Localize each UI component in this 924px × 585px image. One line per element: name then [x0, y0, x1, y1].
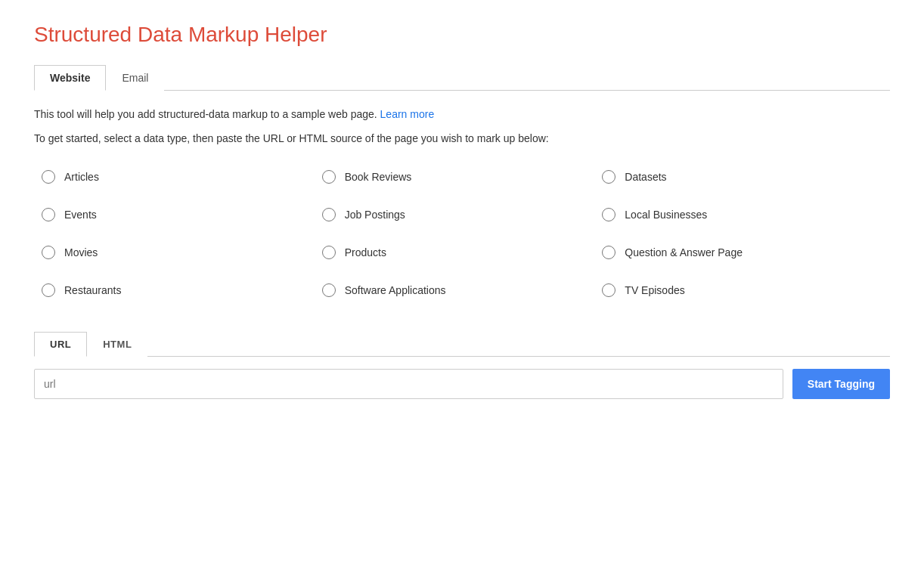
- radio-label-tv-episodes: TV Episodes: [625, 284, 684, 296]
- radio-option-job-postings[interactable]: Job Postings: [322, 203, 603, 226]
- start-tagging-button[interactable]: Start Tagging: [792, 369, 890, 399]
- radio-option-datasets[interactable]: Datasets: [602, 166, 882, 188]
- radio-option-local-businesses[interactable]: Local Businesses: [602, 203, 882, 226]
- url-row: Start Tagging: [34, 369, 890, 399]
- radio-label-local-businesses: Local Businesses: [625, 209, 707, 221]
- radio-book-reviews[interactable]: [322, 170, 336, 184]
- radio-products[interactable]: [322, 246, 336, 259]
- radio-label-movies: Movies: [64, 246, 98, 258]
- page-title: Structured Data Markup Helper: [34, 23, 890, 47]
- radio-local-businesses[interactable]: [602, 208, 615, 221]
- radio-option-tv-episodes[interactable]: TV Episodes: [602, 279, 882, 302]
- input-tab-url[interactable]: URL: [34, 332, 87, 357]
- learn-more-link[interactable]: Learn more: [380, 108, 435, 120]
- radio-option-restaurants[interactable]: Restaurants: [42, 279, 322, 302]
- tab-website[interactable]: Website: [34, 65, 106, 91]
- radio-datasets[interactable]: [602, 170, 615, 184]
- radio-label-articles: Articles: [64, 171, 99, 183]
- radio-question-answer[interactable]: [602, 246, 615, 259]
- radio-option-articles[interactable]: Articles: [42, 166, 322, 188]
- radio-option-movies[interactable]: Movies: [42, 241, 322, 264]
- radio-label-events: Events: [64, 209, 97, 221]
- radio-option-events[interactable]: Events: [42, 203, 322, 226]
- radio-movies[interactable]: [42, 246, 55, 259]
- radio-events[interactable]: [42, 208, 55, 221]
- radio-label-software-applications: Software Applications: [345, 284, 446, 296]
- radio-option-question-answer[interactable]: Question & Answer Page: [602, 241, 882, 264]
- radio-restaurants[interactable]: [42, 283, 55, 297]
- radio-option-software-applications[interactable]: Software Applications: [322, 279, 603, 302]
- radio-option-products[interactable]: Products: [322, 241, 603, 264]
- radio-label-restaurants: Restaurants: [64, 284, 121, 296]
- description-text: This tool will help you add structured-d…: [34, 106, 890, 122]
- radio-articles[interactable]: [42, 170, 55, 184]
- data-type-grid: Articles Book Reviews Datasets Events Jo…: [34, 166, 890, 302]
- radio-tv-episodes[interactable]: [602, 283, 615, 297]
- top-tab-bar: Website Email: [34, 65, 890, 91]
- radio-option-book-reviews[interactable]: Book Reviews: [322, 166, 603, 188]
- radio-label-datasets: Datasets: [625, 171, 666, 183]
- radio-label-products: Products: [345, 246, 386, 258]
- instruction-text: To get started, select a data type, then…: [34, 130, 890, 147]
- radio-job-postings[interactable]: [322, 208, 336, 221]
- description-static: This tool will help you add structured-d…: [34, 108, 377, 120]
- url-input[interactable]: [34, 369, 783, 399]
- radio-software-applications[interactable]: [322, 283, 336, 297]
- input-tab-html[interactable]: HTML: [87, 332, 147, 357]
- radio-label-book-reviews: Book Reviews: [345, 171, 412, 183]
- input-tab-bar: URL HTML: [34, 332, 890, 357]
- radio-label-job-postings: Job Postings: [345, 209, 405, 221]
- radio-label-question-answer: Question & Answer Page: [625, 246, 743, 258]
- tab-email[interactable]: Email: [106, 65, 164, 91]
